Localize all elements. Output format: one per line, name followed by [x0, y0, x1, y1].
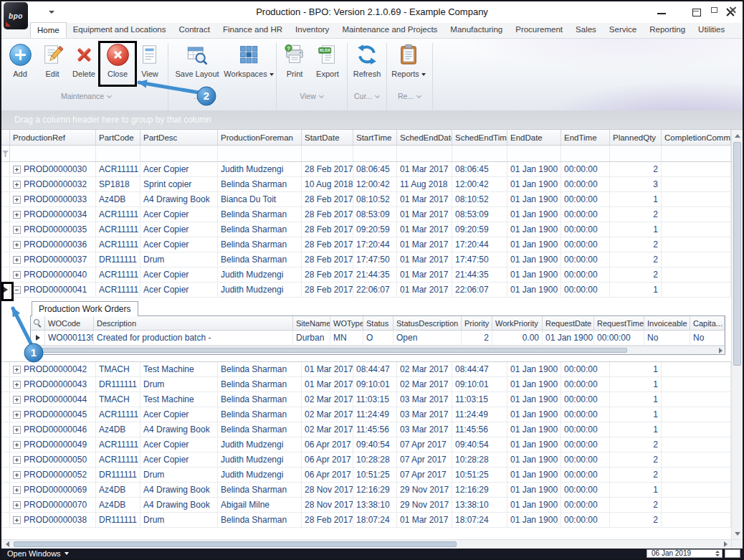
cell[interactable]: Open — [394, 331, 462, 345]
cell[interactable]: PROD00000045 — [10, 407, 96, 422]
cell[interactable]: O — [363, 331, 394, 345]
date-spinner[interactable] — [714, 550, 721, 557]
column-header[interactable]: Status — [363, 316, 394, 330]
table-row[interactable]: PROD00000037DR111111DrumBelinda Sharman2… — [1, 252, 731, 267]
cell[interactable]: Belinda Sharman — [218, 422, 302, 437]
cell[interactable]: PROD00000050 — [10, 452, 96, 467]
tab-contract[interactable]: Contract — [172, 22, 216, 38]
cell[interactable]: 01 Jan 1900 — [543, 331, 594, 345]
expand-row-icon[interactable] — [13, 471, 21, 479]
quick-access-dropdown-icon[interactable] — [49, 11, 54, 14]
cell[interactable]: 1 — [610, 283, 662, 297]
cell[interactable] — [662, 177, 731, 191]
cell[interactable]: 13:38:10 — [353, 498, 397, 512]
cell[interactable]: 00:00:00 — [561, 162, 610, 176]
save-layout-button[interactable]: Save Layout — [173, 42, 221, 78]
cell[interactable]: 01 Mar 2017 — [397, 252, 452, 267]
expand-row-icon[interactable] — [13, 256, 21, 264]
column-header[interactable]: EndTime — [561, 130, 610, 145]
table-row[interactable]: PROD00000030ACR11111Acer CopierJudith Mu… — [1, 162, 731, 177]
table-row[interactable]: PROD00000045ACR11111Acer CopierBelinda S… — [1, 407, 731, 422]
close-button[interactable]: Close — [101, 42, 134, 78]
cell[interactable]: No — [644, 331, 690, 345]
column-header[interactable]: StatusDescription — [394, 316, 462, 330]
cell[interactable] — [662, 267, 731, 282]
cell[interactable]: 01 Mar 2017 — [397, 283, 452, 297]
cell[interactable]: 01 Jan 1900 — [507, 377, 561, 391]
column-header[interactable]: Description — [94, 316, 293, 330]
table-row[interactable]: PROD00000042TMACHTest MachineBelinda Sha… — [1, 362, 731, 377]
cell[interactable]: 00:00:00 — [561, 207, 610, 222]
filter-cell[interactable] — [610, 146, 662, 161]
cell[interactable]: 01 Mar 2017 — [397, 237, 452, 252]
column-header[interactable]: RequestDate — [543, 316, 594, 330]
cell[interactable]: ACR11111 — [96, 207, 140, 222]
cell[interactable] — [662, 252, 731, 267]
cell[interactable]: Drum — [140, 513, 218, 527]
cell[interactable]: 01 Mar 2017 — [397, 513, 452, 527]
cell[interactable]: Acer Copier — [140, 162, 218, 176]
cell[interactable]: ACR11111 — [96, 407, 140, 422]
cell[interactable]: 01 Mar 2017 — [397, 162, 452, 176]
cell[interactable]: 00:00:00 — [561, 437, 610, 452]
cell[interactable]: 01 Mar 2017 — [302, 362, 353, 376]
cell[interactable]: 1 — [610, 392, 662, 407]
cell[interactable]: 01 Mar 2017 — [397, 267, 452, 282]
expand-row-icon[interactable] — [13, 396, 21, 404]
filter-cell[interactable] — [452, 146, 507, 161]
cell[interactable]: 01 Mar 2017 — [302, 377, 353, 391]
table-row[interactable]: PROD00000043DR111111DrumBelinda Sharman0… — [1, 377, 731, 392]
cell[interactable]: 01 Jan 1900 — [507, 362, 561, 376]
cell[interactable]: Acer Copier — [140, 407, 218, 422]
cell[interactable]: 01 Jan 1900 — [507, 283, 561, 297]
filter-cell[interactable] — [218, 146, 302, 161]
cell[interactable]: 2 — [610, 207, 662, 222]
cell[interactable]: 00:00:00 — [561, 377, 610, 391]
cell[interactable]: MN — [330, 331, 363, 345]
cell[interactable]: 10:51:25 — [353, 468, 397, 482]
cell[interactable]: 01 Jan 1900 — [507, 252, 561, 267]
cell[interactable]: Judith Mudzengi — [218, 162, 302, 176]
cell[interactable] — [662, 207, 731, 222]
date-field[interactable]: 06 Jan 2019 — [647, 549, 722, 558]
cell[interactable]: 06 Apr 2017 — [302, 452, 353, 467]
table-row[interactable]: PROD00000044TMACHTest MachineBelinda Sha… — [1, 392, 731, 407]
cell[interactable]: TMACH — [96, 362, 140, 376]
table-row[interactable]: PROD00000034ACR11111Acer CopierBelinda S… — [1, 207, 731, 222]
cell[interactable]: 0.00 — [492, 331, 543, 345]
group-by-bar[interactable]: Drag a column header here to group by th… — [1, 110, 743, 130]
cell[interactable]: 17:20:44 — [353, 237, 397, 252]
cell[interactable]: 01 Jan 1900 — [507, 422, 561, 437]
table-row[interactable]: PROD00000069Az4DBA4 Drawing BookBelinda … — [1, 483, 731, 498]
expand-row-icon[interactable] — [13, 166, 21, 174]
tab-sales[interactable]: Sales — [569, 22, 603, 38]
cell[interactable]: 1 — [610, 362, 662, 376]
cell[interactable]: DR111111 — [96, 377, 140, 391]
cell[interactable]: 28 Feb 2017 — [302, 267, 353, 282]
cell[interactable]: Created for production batch - — [94, 331, 293, 345]
cell[interactable]: Belinda Sharman — [218, 392, 302, 407]
cell[interactable]: 07 Apr 2017 — [397, 452, 452, 467]
cell[interactable]: PROD00000046 — [10, 422, 96, 437]
cell[interactable]: 01 Jan 1900 — [507, 437, 561, 452]
tab-inventory[interactable]: Inventory — [289, 22, 335, 38]
cell[interactable]: Acer Copier — [140, 452, 218, 467]
expand-row-icon[interactable] — [13, 271, 21, 279]
cell[interactable]: 1 — [610, 483, 662, 497]
cell[interactable]: Belinda Sharman — [218, 222, 302, 237]
spinner-down-icon[interactable] — [715, 554, 720, 556]
cell[interactable]: 2 — [610, 452, 662, 467]
expand-row-icon[interactable] — [13, 211, 21, 219]
cell[interactable]: 28 Feb 2017 — [302, 513, 353, 527]
cell[interactable]: 08:10:52 — [452, 192, 507, 207]
tab-utilities[interactable]: Utilities — [692, 22, 731, 38]
table-row[interactable]: PROD00000038DR111111DrumBelinda Sharman2… — [1, 513, 731, 528]
cell[interactable]: 00:00:00 — [561, 483, 610, 497]
column-header[interactable]: WOCode — [45, 316, 94, 330]
cell[interactable]: 11:45:56 — [452, 422, 507, 437]
group-caption-reports[interactable]: Re... — [386, 92, 432, 101]
cell[interactable]: PROD00000040 — [10, 267, 96, 282]
filter-cell[interactable] — [302, 146, 353, 161]
column-header[interactable]: StartDate — [302, 130, 353, 145]
cell[interactable]: 12:16:29 — [353, 483, 397, 497]
